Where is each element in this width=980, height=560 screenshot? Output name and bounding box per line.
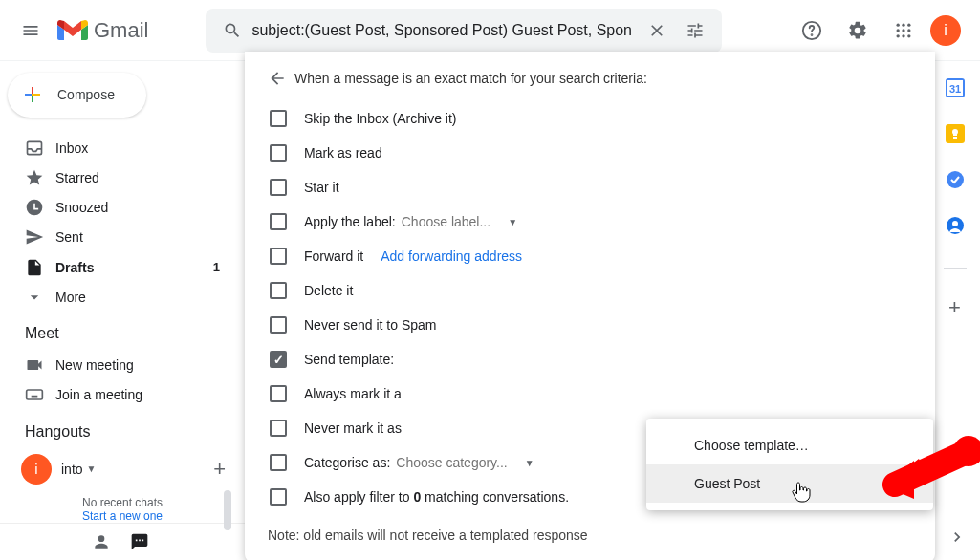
svg-rect-21 bbox=[953, 137, 957, 139]
template-dropdown-menu: Choose template… Guest Post bbox=[646, 419, 933, 510]
arrow-left-icon bbox=[268, 69, 287, 88]
hangouts-user-row[interactable]: i into ▼ + bbox=[0, 448, 245, 490]
svg-point-2 bbox=[897, 23, 900, 26]
sidebar-item-snoozed[interactable]: Snoozed bbox=[0, 192, 245, 222]
checkbox-star-it[interactable] bbox=[270, 179, 287, 196]
svg-text:31: 31 bbox=[948, 83, 960, 95]
svg-point-7 bbox=[907, 29, 910, 32]
hangouts-new-button[interactable]: + bbox=[213, 457, 233, 482]
add-forwarding-link[interactable]: Add forwarding address bbox=[381, 248, 522, 264]
expand-icon bbox=[25, 288, 55, 307]
checkbox-also-apply[interactable] bbox=[270, 488, 287, 506]
apps-button[interactable] bbox=[884, 11, 923, 50]
search-icon[interactable] bbox=[213, 21, 251, 40]
sidebar-item-starred[interactable]: Starred bbox=[0, 162, 245, 192]
meet-label: Join a meeting bbox=[55, 387, 233, 402]
get-addons-button[interactable]: + bbox=[948, 295, 961, 320]
sidebar-item-label: Drafts bbox=[55, 260, 213, 275]
compose-button[interactable]: Compose bbox=[8, 73, 146, 118]
hangouts-chat-tab[interactable] bbox=[130, 532, 149, 551]
main-menu-button[interactable] bbox=[8, 8, 54, 54]
settings-button[interactable] bbox=[838, 11, 877, 50]
meet-join-meeting[interactable]: Join a meeting bbox=[0, 380, 245, 410]
sidebar-item-count: 1 bbox=[213, 260, 233, 274]
template-menu-choose[interactable]: Choose template… bbox=[646, 426, 933, 464]
scrollbar-thumb[interactable] bbox=[224, 490, 231, 530]
svg-point-8 bbox=[897, 34, 900, 37]
tune-icon bbox=[686, 21, 705, 40]
checkbox-categorise[interactable] bbox=[270, 454, 287, 471]
checkbox-send-template[interactable] bbox=[270, 351, 287, 368]
tasks-addon[interactable] bbox=[946, 170, 965, 189]
checkbox-never-important[interactable] bbox=[270, 420, 287, 437]
side-panel-divider bbox=[944, 268, 967, 269]
sidebar-item-label: Starred bbox=[55, 170, 233, 185]
label-never-spam: Never send it to Spam bbox=[304, 317, 437, 333]
start-new-chat-link[interactable]: Start a new one bbox=[0, 509, 245, 523]
sidebar-item-label: Snoozed bbox=[55, 200, 233, 215]
choose-label-dropdown[interactable]: Choose label... bbox=[402, 214, 490, 229]
compose-icon bbox=[21, 83, 44, 106]
chevron-right-icon bbox=[947, 528, 967, 547]
chevron-down-icon: ▼ bbox=[508, 217, 517, 227]
meet-new-meeting[interactable]: New meeting bbox=[0, 350, 245, 379]
checkbox-apply-label[interactable] bbox=[270, 213, 287, 230]
side-panel-toggle[interactable] bbox=[947, 528, 967, 547]
checkbox-delete[interactable] bbox=[270, 282, 287, 299]
sidebar-item-inbox[interactable]: Inbox bbox=[0, 133, 245, 162]
star-icon bbox=[25, 168, 55, 187]
gmail-logo[interactable]: Gmail bbox=[57, 18, 148, 43]
label-send-template: Send template: bbox=[304, 352, 394, 367]
menu-icon bbox=[21, 21, 40, 40]
svg-point-22 bbox=[947, 171, 964, 188]
sidebar-item-drafts[interactable]: Drafts 1 bbox=[0, 252, 245, 282]
inbox-icon bbox=[25, 139, 55, 158]
search-bar: subject:(Guest Post, Sponsored Post) Gue… bbox=[206, 9, 722, 53]
label-delete: Delete it bbox=[304, 283, 353, 298]
template-menu-guest-post[interactable]: Guest Post bbox=[646, 464, 933, 503]
calendar-addon[interactable]: 31 bbox=[946, 78, 965, 97]
hangouts-person-tab[interactable] bbox=[92, 532, 111, 551]
send-icon bbox=[25, 227, 55, 247]
chevron-down-icon: ▼ bbox=[525, 458, 534, 468]
gmail-logo-icon bbox=[57, 19, 88, 42]
apps-grid-icon bbox=[894, 21, 913, 40]
label-always-important: Always mark it a bbox=[304, 386, 402, 401]
search-clear-button[interactable] bbox=[638, 21, 676, 40]
checkbox-never-spam[interactable] bbox=[270, 316, 287, 334]
svg-point-5 bbox=[897, 29, 900, 32]
label-star-it: Star it bbox=[304, 180, 339, 195]
meet-section-title: Meet bbox=[0, 312, 245, 350]
svg-point-3 bbox=[902, 23, 904, 26]
hangouts-username: into bbox=[61, 462, 83, 477]
svg-point-10 bbox=[907, 34, 910, 37]
chevron-down-icon: ▼ bbox=[87, 463, 97, 474]
chat-bubble-icon bbox=[130, 532, 149, 551]
filter-note: Note: old emails will not receive a temp… bbox=[268, 528, 912, 543]
search-input[interactable]: subject:(Guest Post, Sponsored Post) Gue… bbox=[251, 22, 638, 39]
contacts-addon[interactable] bbox=[946, 216, 965, 235]
label-forward: Forward it bbox=[304, 248, 363, 264]
checkbox-forward[interactable] bbox=[270, 248, 287, 265]
support-button[interactable] bbox=[793, 11, 831, 50]
checkbox-always-important[interactable] bbox=[270, 385, 287, 402]
hangouts-section-title: Hangouts bbox=[0, 410, 245, 448]
checkbox-mark-read[interactable] bbox=[270, 144, 287, 162]
label-also-apply: Also apply filter to 0 matching conversa… bbox=[304, 489, 569, 505]
account-avatar[interactable]: i bbox=[930, 15, 961, 46]
back-button[interactable] bbox=[268, 69, 294, 88]
label-categorise: Categorise as: bbox=[304, 455, 390, 470]
sidebar-item-sent[interactable]: Sent bbox=[0, 223, 245, 252]
checkbox-skip-inbox[interactable] bbox=[270, 110, 287, 127]
sidebar-item-more[interactable]: More bbox=[0, 282, 245, 312]
search-options-button[interactable] bbox=[676, 21, 714, 40]
gmail-logo-text: Gmail bbox=[94, 18, 148, 43]
help-icon bbox=[801, 20, 822, 41]
person-icon bbox=[92, 532, 111, 551]
svg-point-9 bbox=[902, 34, 904, 37]
keep-addon[interactable] bbox=[946, 124, 965, 143]
choose-category-dropdown[interactable]: Choose category... bbox=[396, 455, 507, 470]
sidebar-item-label: More bbox=[55, 290, 233, 305]
sidebar-item-label: Sent bbox=[55, 229, 233, 245]
gear-icon bbox=[847, 20, 868, 41]
